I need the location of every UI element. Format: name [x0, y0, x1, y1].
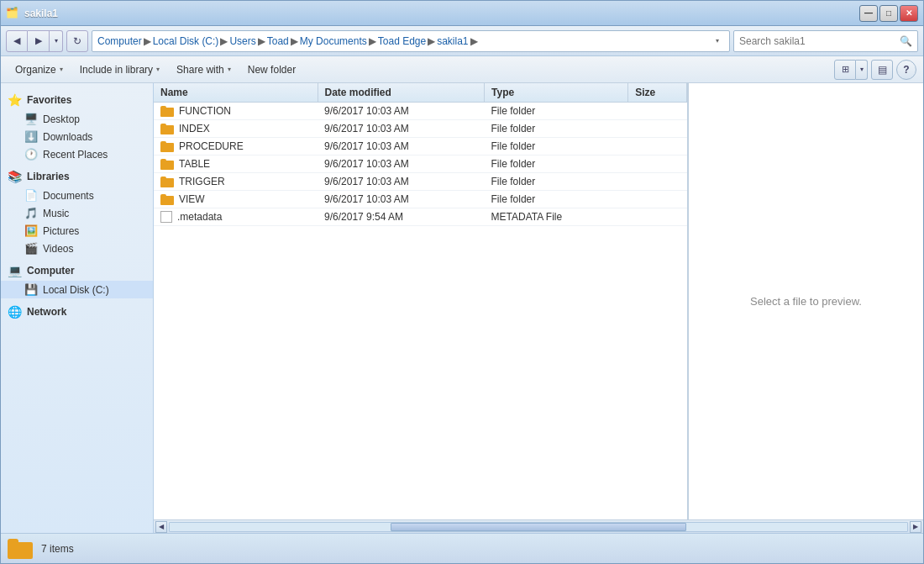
- nav-dropdown-button[interactable]: ▾: [50, 30, 63, 52]
- path-users[interactable]: Users: [229, 35, 255, 47]
- table-row[interactable]: .metadata 9/6/2017 9:54 AM METADATA File: [154, 208, 687, 226]
- favorites-header[interactable]: ⭐ Favorites: [1, 90, 153, 110]
- cell-size: [628, 138, 687, 155]
- path-toadedge[interactable]: Toad Edge: [378, 35, 426, 47]
- libraries-header[interactable]: 📚 Libraries: [1, 166, 153, 187]
- sidebar: ⭐ Favorites 🖥️ Desktop ⬇️ Downloads 🕐 Re…: [1, 83, 154, 533]
- computer-header[interactable]: 💻 Computer: [1, 261, 153, 281]
- videos-icon: 🎬: [24, 242, 38, 255]
- cell-size: [628, 155, 687, 173]
- folder-icon: [160, 141, 174, 152]
- path-mydocs[interactable]: My Documents: [300, 35, 367, 47]
- cell-date: 9/6/2017 10:03 AM: [318, 155, 485, 173]
- sidebar-item-recent[interactable]: 🕐 Recent Places: [1, 145, 153, 163]
- computer-icon: 💻: [8, 264, 22, 277]
- horizontal-scrollbar[interactable]: ◀ ▶: [154, 519, 923, 533]
- refresh-button[interactable]: ↻: [66, 30, 88, 52]
- forward-button[interactable]: ▶: [28, 30, 50, 52]
- title-bar: 🗂️ sakila1 — □ ✕: [1, 1, 923, 26]
- toolbar-right: ⊞ ▾ ▤ ?: [834, 60, 916, 80]
- cell-size: [628, 173, 687, 191]
- sidebar-music-label: Music: [43, 208, 69, 219]
- music-icon: 🎵: [24, 207, 38, 219]
- cell-name: INDEX: [154, 120, 318, 138]
- folder-icon: [160, 194, 174, 205]
- address-path[interactable]: Computer ▶ Local Disk (C:) ▶ Users ▶ Toa…: [92, 30, 730, 52]
- cell-name: TRIGGER: [154, 173, 318, 191]
- scroll-thumb[interactable]: [391, 523, 685, 531]
- libraries-icon: 📚: [8, 170, 22, 183]
- sidebar-item-downloads[interactable]: ⬇️ Downloads: [1, 128, 153, 145]
- sidebar-item-desktop[interactable]: 🖥️ Desktop: [1, 110, 153, 128]
- pictures-icon: 🖼️: [24, 224, 38, 237]
- sidebar-recent-label: Recent Places: [43, 149, 108, 161]
- folder-icon: [160, 177, 174, 187]
- preview-pane-button[interactable]: ▤: [871, 60, 893, 80]
- col-name[interactable]: Name: [154, 83, 318, 103]
- scroll-right-button[interactable]: ▶: [910, 521, 921, 533]
- sidebar-item-videos[interactable]: 🎬 Videos: [1, 240, 153, 257]
- search-input[interactable]: [739, 35, 896, 47]
- title-bar-left: 🗂️ sakila1: [6, 7, 58, 20]
- cell-type: File folder: [485, 191, 628, 208]
- path-computer[interactable]: Computer: [97, 35, 142, 47]
- libraries-section: 📚 Libraries 📄 Documents 🎵 Music 🖼️ Pictu…: [1, 166, 153, 257]
- new-folder-button[interactable]: New folder: [240, 60, 303, 80]
- sidebar-item-localdisk[interactable]: 💾 Local Disk (C:): [1, 281, 153, 298]
- view-button[interactable]: ⊞: [834, 60, 856, 80]
- library-dropdown-icon: ▾: [156, 66, 160, 73]
- file-area: Name Date modified Type Size FUNCTION 9: [154, 83, 923, 533]
- address-dropdown-button[interactable]: ▾: [711, 33, 724, 50]
- cell-name: .metadata: [154, 208, 318, 226]
- path-localdisk[interactable]: Local Disk (C:): [153, 35, 219, 47]
- desktop-icon: 🖥️: [24, 113, 38, 125]
- sidebar-item-documents[interactable]: 📄 Documents: [1, 187, 153, 204]
- file-icon: [160, 211, 172, 223]
- sidebar-documents-label: Documents: [43, 190, 94, 202]
- sidebar-item-pictures[interactable]: 🖼️ Pictures: [1, 222, 153, 240]
- sidebar-pictures-label: Pictures: [43, 225, 79, 237]
- maximize-button[interactable]: □: [879, 5, 898, 22]
- cell-date: 9/6/2017 9:54 AM: [318, 208, 485, 226]
- cell-type: File folder: [485, 155, 628, 173]
- explorer-window: 🗂️ sakila1 — □ ✕ ◀ ▶ ▾ ↻ Computer ▶ Loca…: [0, 0, 924, 564]
- view-dropdown-button[interactable]: ▾: [856, 60, 868, 80]
- cell-date: 9/6/2017 10:03 AM: [318, 138, 485, 155]
- address-bar: ◀ ▶ ▾ ↻ Computer ▶ Local Disk (C:) ▶ Use…: [1, 26, 923, 56]
- cell-size: [628, 191, 687, 208]
- network-header[interactable]: 🌐 Network: [1, 302, 153, 322]
- path-sakila1[interactable]: sakila1: [437, 35, 468, 47]
- close-button[interactable]: ✕: [900, 5, 918, 22]
- table-row[interactable]: TABLE 9/6/2017 10:03 AM File folder: [154, 155, 687, 173]
- toolbar: Organize ▾ Include in library ▾ Share wi…: [1, 56, 923, 83]
- help-button[interactable]: ?: [896, 60, 916, 80]
- table-row[interactable]: FUNCTION 9/6/2017 10:03 AM File folder: [154, 103, 687, 120]
- col-size[interactable]: Size: [628, 83, 687, 103]
- preview-empty-text: Select a file to preview.: [750, 295, 862, 308]
- table-row[interactable]: PROCEDURE 9/6/2017 10:03 AM File folder: [154, 138, 687, 155]
- folder-icon: [160, 124, 174, 134]
- col-date-modified[interactable]: Date modified: [318, 83, 485, 103]
- main-content: ⭐ Favorites 🖥️ Desktop ⬇️ Downloads 🕐 Re…: [1, 83, 923, 533]
- network-label: Network: [27, 306, 66, 318]
- folder-icon: [160, 106, 174, 117]
- cell-type: File folder: [485, 138, 628, 155]
- network-section: 🌐 Network: [1, 302, 153, 322]
- sidebar-item-music[interactable]: 🎵 Music: [1, 204, 153, 222]
- scroll-track[interactable]: [169, 522, 908, 532]
- back-button[interactable]: ◀: [6, 30, 28, 52]
- table-row[interactable]: TRIGGER 9/6/2017 10:03 AM File folder: [154, 173, 687, 191]
- downloads-icon: ⬇️: [24, 130, 38, 143]
- organize-dropdown-icon: ▾: [60, 66, 63, 73]
- share-dropdown-icon: ▾: [228, 66, 231, 73]
- include-library-button[interactable]: Include in library ▾: [72, 60, 167, 80]
- minimize-button[interactable]: —: [859, 5, 878, 22]
- path-toad[interactable]: Toad: [267, 35, 289, 47]
- share-with-button[interactable]: Share with ▾: [169, 60, 239, 80]
- col-type[interactable]: Type: [485, 83, 628, 103]
- title-bar-buttons: — □ ✕: [859, 5, 918, 22]
- scroll-left-button[interactable]: ◀: [155, 521, 167, 533]
- table-row[interactable]: INDEX 9/6/2017 10:03 AM File folder: [154, 120, 687, 138]
- table-row[interactable]: VIEW 9/6/2017 10:03 AM File folder: [154, 191, 687, 208]
- organize-button[interactable]: Organize ▾: [8, 60, 71, 80]
